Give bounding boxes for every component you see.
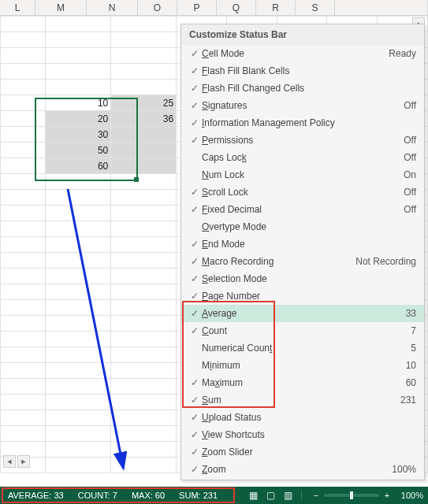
- cell[interactable]: [1, 284, 46, 300]
- zoom-thumb[interactable]: [350, 491, 353, 499]
- menu-item-num-lock[interactable]: Num LockOn: [181, 166, 424, 183]
- menu-item-minimum[interactable]: Minimum10: [181, 357, 424, 374]
- menu-item-upload-status[interactable]: ✓Upload Status: [181, 409, 424, 426]
- cell[interactable]: [46, 395, 111, 410]
- menu-item-view-shortcuts[interactable]: ✓View Shortcuts: [181, 426, 424, 443]
- menu-item-flash-fill-changed-cells[interactable]: ✓Flash Fill Changed Cells: [181, 80, 424, 97]
- view-page-break-icon[interactable]: ▥: [281, 489, 296, 502]
- cell[interactable]: [46, 32, 111, 48]
- cell[interactable]: [111, 379, 177, 395]
- horizontal-scroll[interactable]: ◄ ►: [3, 455, 82, 468]
- cell[interactable]: [46, 80, 111, 95]
- menu-item-count[interactable]: ✓Count7: [181, 322, 424, 339]
- cell[interactable]: [1, 253, 46, 269]
- cell[interactable]: [111, 458, 177, 473]
- cell[interactable]: 60: [46, 158, 111, 174]
- cell[interactable]: [111, 237, 177, 253]
- column-header-S[interactable]: S: [296, 0, 335, 15]
- cell[interactable]: [46, 269, 111, 284]
- cell[interactable]: [46, 347, 111, 363]
- cell[interactable]: [111, 143, 177, 158]
- column-header-R[interactable]: R: [256, 0, 296, 15]
- menu-item-zoom-slider[interactable]: ✓Zoom Slider: [181, 443, 424, 461]
- cell[interactable]: [111, 221, 177, 237]
- cell[interactable]: [1, 332, 46, 347]
- cell[interactable]: [1, 95, 46, 111]
- cell[interactable]: [46, 237, 111, 253]
- cell[interactable]: 36: [111, 111, 177, 127]
- cell[interactable]: [111, 410, 177, 426]
- cell[interactable]: [111, 426, 177, 442]
- cell[interactable]: [1, 206, 46, 221]
- cell[interactable]: [46, 206, 111, 221]
- cell[interactable]: [1, 426, 46, 442]
- cell[interactable]: [1, 127, 46, 143]
- cell[interactable]: [111, 64, 177, 80]
- cell[interactable]: [1, 158, 46, 174]
- cell[interactable]: [111, 347, 177, 363]
- cell[interactable]: [46, 17, 111, 32]
- menu-item-fixed-decimal[interactable]: ✓Fixed DecimalOff: [181, 201, 424, 218]
- menu-item-numerical-count[interactable]: Numerical Count5: [181, 339, 424, 357]
- menu-item-caps-lock[interactable]: Caps LockOff: [181, 149, 424, 166]
- column-header-L[interactable]: L: [0, 0, 35, 15]
- menu-item-maximum[interactable]: ✓Maximum60: [181, 374, 424, 391]
- column-header-Q[interactable]: Q: [217, 0, 256, 15]
- cell[interactable]: [111, 174, 177, 190]
- menu-item-average[interactable]: ✓Average33: [181, 305, 424, 322]
- cell[interactable]: [46, 426, 111, 442]
- menu-item-sum[interactable]: ✓Sum231: [181, 391, 424, 409]
- menu-item-scroll-lock[interactable]: ✓Scroll LockOff: [181, 183, 424, 201]
- cell[interactable]: [1, 410, 46, 426]
- cell[interactable]: [1, 379, 46, 395]
- cell[interactable]: 50: [46, 143, 111, 158]
- cell[interactable]: [111, 253, 177, 269]
- cell[interactable]: [111, 80, 177, 95]
- cell[interactable]: [46, 253, 111, 269]
- cell[interactable]: [111, 332, 177, 347]
- zoom-slider[interactable]: − +: [311, 491, 392, 500]
- scroll-left-button[interactable]: ◄: [3, 455, 16, 468]
- cell[interactable]: [111, 206, 177, 221]
- cell[interactable]: [111, 190, 177, 206]
- cell[interactable]: [46, 221, 111, 237]
- cell[interactable]: [46, 363, 111, 379]
- menu-item-flash-fill-blank-cells[interactable]: ✓Flash Fill Blank Cells: [181, 62, 424, 80]
- cell[interactable]: [46, 410, 111, 426]
- menu-item-page-number[interactable]: ✓Page Number: [181, 287, 424, 305]
- menu-item-macro-recording[interactable]: ✓Macro RecordingNot Recording: [181, 253, 424, 270]
- cell[interactable]: [111, 363, 177, 379]
- cell[interactable]: [46, 316, 111, 332]
- cell[interactable]: [111, 17, 177, 32]
- menu-item-overtype-mode[interactable]: Overtype Mode: [181, 218, 424, 235]
- cell[interactable]: [111, 284, 177, 300]
- cell[interactable]: [1, 237, 46, 253]
- cell[interactable]: 30: [46, 127, 111, 143]
- menu-item-end-mode[interactable]: ✓End Mode: [181, 235, 424, 253]
- cell[interactable]: [1, 143, 46, 158]
- column-header-M[interactable]: M: [35, 0, 87, 15]
- menu-item-selection-mode[interactable]: ✓Selection Mode: [181, 270, 424, 287]
- cell[interactable]: [46, 174, 111, 190]
- cell[interactable]: 10: [46, 95, 111, 111]
- cell[interactable]: [1, 111, 46, 127]
- cell[interactable]: [1, 316, 46, 332]
- cell[interactable]: [46, 48, 111, 64]
- cell[interactable]: [111, 300, 177, 316]
- cell[interactable]: [1, 300, 46, 316]
- menu-item-zoom[interactable]: ✓Zoom100%: [181, 461, 424, 478]
- cell[interactable]: [46, 284, 111, 300]
- cell[interactable]: [1, 48, 46, 64]
- menu-item-cell-mode[interactable]: ✓Cell ModeReady: [181, 45, 424, 62]
- cell[interactable]: [46, 64, 111, 80]
- column-header-P[interactable]: P: [177, 0, 217, 15]
- menu-item-permissions[interactable]: ✓PermissionsOff: [181, 132, 424, 149]
- cell[interactable]: [46, 190, 111, 206]
- cell[interactable]: [111, 395, 177, 410]
- view-normal-icon[interactable]: ▦: [246, 489, 262, 502]
- cell[interactable]: [1, 32, 46, 48]
- column-header-N[interactable]: N: [87, 0, 138, 15]
- cell[interactable]: [1, 221, 46, 237]
- cell[interactable]: [111, 158, 177, 174]
- cell[interactable]: [1, 363, 46, 379]
